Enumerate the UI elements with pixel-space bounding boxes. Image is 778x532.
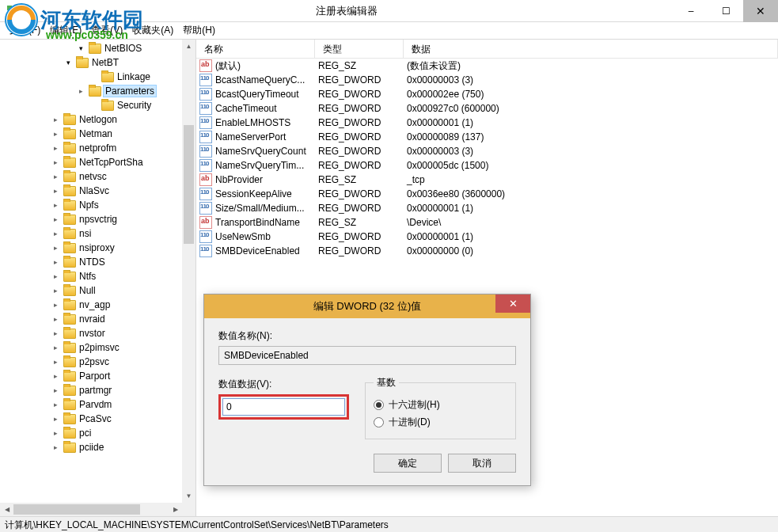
scroll-left-icon[interactable]: ◀ xyxy=(0,503,13,516)
menu-view[interactable]: 查看(V) xyxy=(86,22,127,39)
expand-icon[interactable]: ▸ xyxy=(51,172,61,182)
scroll-up-icon[interactable]: ▲ xyxy=(182,40,195,53)
scroll-right-icon[interactable]: ▶ xyxy=(169,503,182,516)
tree-item[interactable]: ▸Ntfs xyxy=(0,269,195,283)
expand-icon[interactable]: ▸ xyxy=(51,286,61,296)
expand-icon[interactable]: ▸ xyxy=(51,200,61,211)
list-row[interactable]: UseNewSmbREG_DWORD0x00000001 (1) xyxy=(196,230,778,244)
tree-item[interactable]: ▸NTDS xyxy=(0,255,195,269)
expand-icon[interactable]: ▸ xyxy=(51,400,61,410)
value-data-input[interactable] xyxy=(222,398,345,416)
tree-item[interactable]: ▸nsiproxy xyxy=(0,241,195,255)
tree-item-label: PcaSvc xyxy=(79,413,112,424)
tree-item[interactable]: ▸pciide xyxy=(0,440,195,454)
list-row[interactable]: CacheTimeoutREG_DWORD0x000927c0 (600000) xyxy=(196,101,778,116)
tree-item[interactable]: ▸Parameters xyxy=(0,84,195,98)
list-row[interactable]: SMBDeviceEnabledREG_DWORD0x00000000 (0) xyxy=(196,244,778,258)
tree-item[interactable]: Linkage xyxy=(0,70,195,84)
minimize-button[interactable]: – xyxy=(674,0,708,22)
tree-item[interactable]: ▸nvstor xyxy=(0,326,195,340)
tree-item[interactable]: ▸Parvdm xyxy=(0,397,195,412)
tree-item[interactable]: ▸npsvctrig xyxy=(0,212,195,226)
radio-dec[interactable]: 十进制(D) xyxy=(374,413,507,431)
list-row[interactable]: Size/Small/Medium...REG_DWORD0x00000001 … xyxy=(196,201,778,215)
expand-icon[interactable]: ▸ xyxy=(51,257,61,268)
tree-item[interactable]: ▸nvraid xyxy=(0,312,195,326)
tree-item[interactable]: ▸nsi xyxy=(0,226,195,241)
tree-item[interactable]: ▸partmgr xyxy=(0,383,195,397)
tree-item[interactable]: ▸netvsc xyxy=(0,169,195,184)
list-row[interactable]: EnableLMHOSTSREG_DWORD0x00000001 (1) xyxy=(196,116,778,130)
tree-item[interactable]: ▸Npfs xyxy=(0,198,195,212)
expand-icon[interactable]: ▸ xyxy=(51,443,61,453)
close-button[interactable]: ✕ xyxy=(743,0,778,22)
list-row[interactable]: (默认)REG_SZ(数值未设置) xyxy=(196,59,778,73)
tree-item[interactable]: Security xyxy=(0,98,195,112)
menu-edit[interactable]: 编辑(E) xyxy=(45,22,86,39)
expand-icon[interactable]: ▸ xyxy=(51,129,61,139)
expand-icon[interactable]: ▸ xyxy=(51,215,61,225)
cancel-button[interactable]: 取消 xyxy=(448,454,516,473)
tree-item[interactable]: ▾NetBT xyxy=(0,55,195,70)
collapse-icon[interactable]: ▾ xyxy=(63,58,74,68)
edit-dword-dialog: 编辑 DWORD (32 位)值 ✕ 数值名称(N): 数值数据(V): 基数 … xyxy=(203,294,531,486)
list-row[interactable]: NameSrvQueryCountREG_DWORD0x00000003 (3) xyxy=(196,144,778,158)
expand-icon[interactable]: ▸ xyxy=(51,343,61,353)
column-data[interactable]: 数据 xyxy=(404,40,778,58)
expand-icon[interactable]: ▸ xyxy=(51,243,61,253)
expand-icon[interactable]: ▸ xyxy=(51,229,61,239)
radio-dec-icon[interactable] xyxy=(374,417,384,428)
list-row[interactable]: BcastQueryTimeoutREG_DWORD0x000002ee (75… xyxy=(196,87,778,101)
list-row[interactable]: NameSrvQueryTim...REG_DWORD0x000005dc (1… xyxy=(196,158,778,173)
tree-item[interactable]: ▸pci xyxy=(0,426,195,440)
tree-item[interactable]: ▸Parport xyxy=(0,369,195,383)
menu-file[interactable]: 文件(F) xyxy=(5,22,45,39)
dialog-close-button[interactable]: ✕ xyxy=(495,294,530,313)
expand-icon[interactable]: ▸ xyxy=(51,272,61,282)
tree-item[interactable]: ▸PcaSvc xyxy=(0,412,195,426)
expand-icon[interactable]: ▸ xyxy=(51,371,61,382)
expand-icon[interactable]: ▸ xyxy=(51,329,61,339)
tree-vscrollbar[interactable]: ▲ ▼ xyxy=(182,40,195,503)
list-row[interactable]: SessionKeepAliveREG_DWORD0x0036ee80 (360… xyxy=(196,187,778,201)
list-row[interactable]: NbProviderREG_SZ_tcp xyxy=(196,173,778,187)
expand-icon[interactable]: ▸ xyxy=(51,143,61,154)
tree-item[interactable]: ▸Netlogon xyxy=(0,112,195,127)
tree-item[interactable]: ▸NetTcpPortSha xyxy=(0,155,195,169)
list-row[interactable]: BcastNameQueryC...REG_DWORD0x00000003 (3… xyxy=(196,73,778,87)
column-name[interactable]: 名称 xyxy=(196,40,315,58)
scroll-down-icon[interactable]: ▼ xyxy=(182,489,195,503)
expand-icon[interactable]: ▸ xyxy=(51,386,61,396)
expand-icon[interactable]: ▸ xyxy=(51,414,61,424)
expand-icon[interactable]: ▸ xyxy=(76,86,86,97)
menu-help[interactable]: 帮助(H) xyxy=(178,22,220,39)
expand-icon[interactable]: ▸ xyxy=(51,428,61,439)
expand-icon[interactable]: ▸ xyxy=(51,115,61,125)
list-row[interactable]: TransportBindNameREG_SZ\Device\ xyxy=(196,215,778,230)
tree-item[interactable]: ▸Netman xyxy=(0,127,195,141)
tree-item[interactable]: ▾NetBIOS xyxy=(0,41,195,55)
list-row[interactable]: NameServerPortREG_DWORD0x00000089 (137) xyxy=(196,130,778,144)
tree-item[interactable]: ▸nv_agp xyxy=(0,298,195,312)
expand-icon[interactable]: ▸ xyxy=(51,186,61,196)
menu-favorites[interactable]: 收藏夹(A) xyxy=(127,22,178,39)
value-type: REG_DWORD xyxy=(315,131,404,142)
tree-item[interactable]: ▸p2psvc xyxy=(0,355,195,369)
dialog-titlebar[interactable]: 编辑 DWORD (32 位)值 ✕ xyxy=(204,294,530,318)
collapse-icon[interactable]: ▾ xyxy=(76,44,86,54)
maximize-button[interactable]: ☐ xyxy=(708,0,743,22)
tree-item[interactable]: ▸p2pimsvc xyxy=(0,340,195,355)
tree-item[interactable]: ▸netprofm xyxy=(0,141,195,155)
expand-icon[interactable]: ▸ xyxy=(51,300,61,310)
expand-icon[interactable]: ▸ xyxy=(51,314,61,325)
radio-hex[interactable]: 十六进制(H) xyxy=(374,396,507,413)
radio-hex-icon[interactable] xyxy=(374,400,384,410)
tree-item-label: p2psvc xyxy=(79,356,109,367)
tree-item[interactable]: ▸NlaSvc xyxy=(0,184,195,198)
tree-item[interactable]: ▸Null xyxy=(0,283,195,298)
tree-hscrollbar[interactable]: ◀ ▶ xyxy=(0,503,182,516)
ok-button[interactable]: 确定 xyxy=(374,454,442,473)
column-type[interactable]: 类型 xyxy=(315,40,404,58)
expand-icon[interactable]: ▸ xyxy=(51,158,61,168)
expand-icon[interactable]: ▸ xyxy=(51,357,61,367)
